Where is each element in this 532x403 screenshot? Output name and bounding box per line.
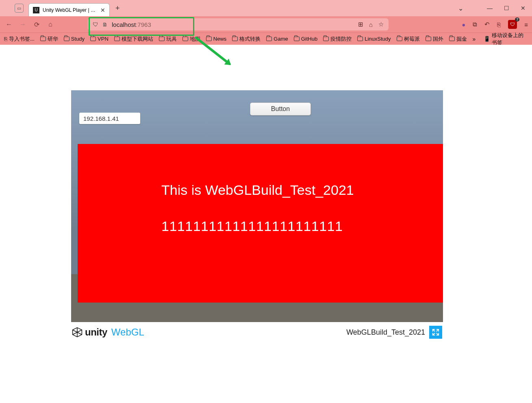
ip-input[interactable]: 192.168.1.41: [79, 113, 140, 124]
address-bar-row: ← → ⟳ ⌂ 🛡 🗎 localhost:7963 ⊞ ⌂ ☆ ● ⧉ ↶ ⎘…: [0, 16, 532, 33]
bookmark-import[interactable]: ⎘导入书签...: [4, 35, 35, 43]
bookmark-folder[interactable]: 模型下载网站: [114, 35, 153, 43]
home-button[interactable]: ⌂: [46, 21, 55, 28]
save-pocket-icon[interactable]: ⎘: [497, 21, 501, 28]
qr-icon[interactable]: ⊞: [358, 21, 363, 28]
maximize-button[interactable]: ☐: [504, 5, 509, 11]
bookmark-folder[interactable]: VPN: [90, 36, 109, 42]
bookmarks-overflow-button[interactable]: »: [473, 36, 476, 42]
close-window-button[interactable]: ✕: [521, 5, 525, 11]
unity-ui-button[interactable]: Button: [250, 102, 311, 115]
folder-icon: [232, 37, 238, 41]
unity-text: unity: [85, 327, 107, 338]
fullscreen-button[interactable]: [429, 326, 442, 339]
bookmark-folder[interactable]: Game: [266, 36, 288, 42]
unity-canvas[interactable]: 192.168.1.41 Button This is WebGLBuild_T…: [71, 90, 443, 322]
url-port: :7963: [136, 21, 151, 28]
new-tab-button[interactable]: +: [115, 4, 120, 13]
account-icon[interactable]: ●: [462, 21, 465, 28]
folder-icon: [64, 37, 69, 41]
folder-icon: [182, 37, 188, 41]
undo-close-tab-icon[interactable]: ↶: [484, 21, 490, 28]
folder-icon: [294, 37, 300, 41]
bookmark-folder[interactable]: GitHub: [294, 36, 317, 42]
folder-icon: [159, 37, 165, 41]
back-button[interactable]: ←: [4, 21, 14, 28]
minimize-button[interactable]: —: [487, 5, 493, 11]
browser-tab[interactable]: U Unity WebGL Player | WebGL… ✕: [28, 3, 110, 16]
mobile-bookmarks-button[interactable]: 📱移动设备上的书签: [484, 32, 528, 46]
folder-icon: [90, 37, 96, 41]
bookmark-folder[interactable]: 国外: [426, 35, 443, 43]
url-input[interactable]: 🛡 🗎 localhost:7963 ⊞ ⌂ ☆: [88, 18, 389, 30]
unity-footer: unity WebGL WebGLBuild_Test_2021: [71, 322, 443, 342]
bookmark-folder[interactable]: Study: [64, 36, 85, 42]
panel-text-line1: This is WebGLBuild_Test_2021: [161, 181, 443, 199]
folder-icon: [40, 37, 46, 41]
folder-icon: [357, 37, 363, 41]
bookmark-folder[interactable]: 玩具: [159, 35, 177, 43]
bookmark-folder[interactable]: LinuxStudy: [357, 36, 391, 42]
ublock-badge: 7: [515, 17, 519, 22]
bookmark-folder[interactable]: News: [206, 36, 227, 42]
folder-icon: [266, 37, 272, 41]
bookmark-folder[interactable]: 树莓派: [397, 35, 420, 43]
mobile-icon: 📱: [484, 36, 490, 42]
folder-icon: [206, 37, 212, 41]
folder-icon: [449, 37, 455, 41]
reload-button[interactable]: ⟳: [32, 21, 41, 28]
window-menu-icon[interactable]: ▭: [15, 4, 24, 13]
unity-cube-icon: [72, 327, 83, 338]
forward-button[interactable]: →: [18, 21, 28, 28]
bookmarks-bar: ⎘导入书签... 研华 Study VPN 模型下载网站 玩具 地图 News …: [0, 33, 532, 45]
bookmark-folder[interactable]: 地图: [182, 35, 200, 43]
bookmark-folder[interactable]: 掘金: [449, 35, 467, 43]
page-info-icon[interactable]: 🗎: [102, 22, 108, 28]
tabs-dropdown-button[interactable]: ⌄: [458, 4, 463, 12]
page-content: 192.168.1.41 Button This is WebGLBuild_T…: [0, 45, 532, 403]
unity-logo: unity WebGL: [72, 327, 144, 338]
url-host: localhost: [112, 21, 136, 28]
titlebar: ▭ U Unity WebGL Player | WebGL… ✕ + ⌄ — …: [0, 0, 532, 16]
folder-icon: [426, 37, 431, 41]
homepage-indicator-icon[interactable]: ⌂: [369, 21, 373, 28]
folder-icon: [114, 37, 120, 41]
bookmark-folder[interactable]: 疫情防控: [323, 35, 352, 43]
bookmark-star-icon[interactable]: ☆: [378, 21, 384, 28]
window-controls: ⌄ — ☐ ✕: [458, 4, 525, 12]
webgl-text: WebGL: [111, 327, 144, 338]
extensions-icon[interactable]: ⧉: [473, 21, 477, 28]
unity-favicon-icon: U: [33, 7, 39, 13]
red-text-panel: This is WebGLBuild_Test_2021 11111111111…: [78, 144, 443, 303]
bookmark-folder[interactable]: 研华: [40, 35, 58, 43]
folder-icon: [397, 37, 402, 41]
bookmark-folder[interactable]: 格式转换: [232, 35, 261, 43]
tab-title: Unity WebGL Player | WebGL…: [43, 7, 97, 13]
ublock-icon[interactable]: 🛡7: [508, 20, 517, 29]
fullscreen-icon: [432, 329, 439, 336]
tab-close-button[interactable]: ✕: [100, 7, 105, 13]
unity-container: 192.168.1.41 Button This is WebGLBuild_T…: [71, 90, 443, 342]
build-name-label: WebGLBuild_Test_2021: [346, 328, 425, 337]
shield-icon: 🛡: [93, 21, 98, 28]
panel-text-line2: 11111111111111111111111: [161, 218, 443, 234]
folder-icon: [323, 37, 329, 41]
hamburger-menu-button[interactable]: ≡: [524, 21, 528, 28]
